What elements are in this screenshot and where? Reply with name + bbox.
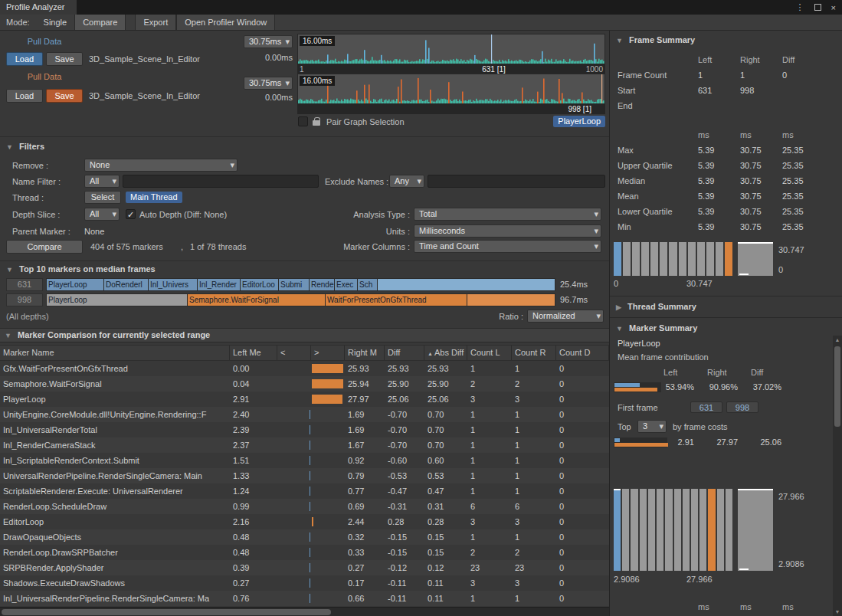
table-row[interactable]: UniversalRenderPipeline.RenderSingleCame…: [0, 468, 609, 483]
top10-segment[interactable]: Rende: [310, 278, 335, 291]
vertical-scrollbar[interactable]: ▲ ▼: [833, 336, 842, 616]
marker-summary-histogram[interactable]: [614, 489, 732, 571]
frame-summary-boxplot[interactable]: [738, 242, 773, 276]
mode-single-button[interactable]: Single: [36, 15, 75, 30]
table-row[interactable]: Inl_UniversalRenderPipeline.RenderSingle…: [0, 591, 609, 606]
table-row[interactable]: Inl_ScriptableRenderContext.Submit1.510.…: [0, 453, 609, 468]
marker-summary-boxplot[interactable]: [738, 489, 773, 571]
table-row[interactable]: DrawOpaqueObjects0.480.32-0.150.15110: [0, 529, 609, 545]
frame-graph-right[interactable]: 16.00ms: [297, 74, 605, 104]
vertical-scrollbar-thumb[interactable]: [834, 346, 840, 427]
compare-button[interactable]: Compare: [6, 240, 83, 254]
scroll-up-icon[interactable]: ▲: [833, 337, 842, 342]
horizontal-scrollbar[interactable]: [0, 607, 609, 616]
top10-segment[interactable]: Exec: [335, 278, 358, 291]
first-frame-left-button[interactable]: 631: [690, 401, 722, 413]
mode-compare-button[interactable]: Compare: [74, 15, 126, 30]
load-button-right[interactable]: Load: [6, 89, 43, 103]
exclude-names-input[interactable]: [428, 175, 605, 188]
table-row[interactable]: Inl_RenderCameraStack2.371.67-0.700.7011…: [0, 437, 609, 453]
selected-marker-chip[interactable]: PlayerLoop: [553, 116, 605, 127]
pair-graph-checkbox[interactable]: [298, 116, 308, 126]
frame-graph-left[interactable]: 16.00ms: [297, 34, 605, 64]
column-header-9[interactable]: Count D: [556, 346, 609, 360]
pull-data-label-left[interactable]: Pull Data: [6, 37, 83, 46]
top10-segment[interactable]: PlayerLoop: [46, 278, 104, 291]
top10-segment[interactable]: Inl_Render: [198, 278, 241, 291]
exclude-mode-dropdown[interactable]: Any ▾: [389, 175, 424, 188]
table-row[interactable]: EditorLoop2.162.440.280.28330: [0, 514, 609, 529]
scale-dropdown-left[interactable]: 30.75ms ▾: [244, 35, 293, 48]
window-maximize-icon[interactable]: [814, 4, 821, 11]
table-row[interactable]: PlayerLoop2.9127.9725.0625.06330: [0, 392, 609, 407]
name-filter-mode-dropdown[interactable]: All ▾: [84, 175, 120, 188]
table-row[interactable]: Shadows.ExecuteDrawShadows0.270.17-0.110…: [0, 575, 609, 591]
depth-mode-dropdown[interactable]: All ▾: [84, 208, 120, 221]
filters-header[interactable]: ▼ Filters: [6, 142, 44, 151]
column-header-1[interactable]: Left Me: [230, 346, 277, 360]
marker-columns-dropdown[interactable]: Time and Count ▾: [414, 240, 601, 253]
remove-dropdown[interactable]: None ▾: [84, 159, 238, 172]
top10-segment[interactable]: WaitForPresentOnGfxThread: [326, 293, 467, 306]
thread-value-chip[interactable]: Main Thread: [126, 192, 182, 203]
top10-segment[interactable]: PlayerLoop: [46, 293, 188, 306]
name-filter-input[interactable]: [123, 175, 319, 188]
column-header-8[interactable]: Count R: [512, 346, 556, 360]
first-frame-right-button[interactable]: 998: [726, 401, 758, 413]
window-tab[interactable]: Profile Analyzer: [0, 0, 77, 15]
scroll-down-icon[interactable]: ▼: [833, 609, 842, 614]
unit-diff: ms: [782, 127, 840, 143]
table-row[interactable]: Inl_UniversalRenderTotal2.391.69-0.700.7…: [0, 422, 609, 437]
top10-segment[interactable]: [378, 278, 555, 291]
table-row[interactable]: SRPBRender.ApplyShader0.390.27-0.120.122…: [0, 560, 609, 575]
top10-segment[interactable]: Submi: [279, 278, 310, 291]
save-button-right[interactable]: Save: [46, 89, 83, 103]
open-profiler-window-button[interactable]: Open Profiler Window: [176, 15, 275, 30]
column-header-5[interactable]: Diff: [385, 346, 424, 360]
thread-select-button[interactable]: Select: [84, 191, 121, 204]
window-menu-icon[interactable]: ⋮: [796, 2, 804, 12]
marker-summary-header[interactable]: ▼ Marker Summary: [616, 323, 697, 333]
top-n-dropdown[interactable]: 3 ▾: [637, 420, 667, 433]
top10-segment[interactable]: Semaphore.WaitForSignal: [188, 293, 326, 306]
save-button-left[interactable]: Save: [46, 52, 83, 66]
pull-data-label-right[interactable]: Pull Data: [6, 72, 83, 81]
frame-axis-right[interactable]: 998 [1]: [297, 104, 605, 114]
horizontal-scrollbar-thumb[interactable]: [2, 609, 331, 615]
load-button-left[interactable]: Load: [6, 52, 43, 66]
top10-segment[interactable]: Inl_Univers: [149, 278, 198, 291]
auto-depth-checkbox[interactable]: ✓: [126, 209, 136, 219]
scale-dropdown-right[interactable]: 30.75ms ▾: [244, 77, 293, 90]
table-row[interactable]: Gfx.WaitForPresentOnGfxThread0.0025.9325…: [0, 361, 609, 376]
column-header-4[interactable]: Right M: [345, 346, 385, 360]
comparison-header-band[interactable]: ▼ Marker Comparison for currently select…: [0, 328, 609, 342]
top10-segment[interactable]: [467, 293, 555, 306]
column-header-7[interactable]: Count L: [467, 346, 512, 360]
column-header-6[interactable]: ▲Abs Diff: [424, 346, 467, 360]
window-close-icon[interactable]: ×: [831, 3, 836, 12]
frame-number-cell-right[interactable]: 998: [6, 293, 43, 306]
top10-segment[interactable]: Sch: [358, 278, 378, 291]
units-dropdown[interactable]: Milliseconds ▾: [414, 224, 601, 238]
exclude-names-label: Exclude Names :: [325, 177, 388, 186]
export-button[interactable]: Export: [135, 15, 176, 30]
analysis-type-dropdown[interactable]: Total ▾: [414, 208, 601, 221]
table-row[interactable]: RenderLoop.ScheduleDraw0.990.69-0.310.31…: [0, 499, 609, 514]
table-row[interactable]: ScriptableRenderer.Execute: UniversalRen…: [0, 483, 609, 499]
column-header-2[interactable]: <: [277, 346, 311, 360]
top10-header[interactable]: ▼ Top 10 markers on median frames: [6, 264, 156, 274]
separator: [610, 317, 842, 318]
frame-summary-histogram[interactable]: [614, 242, 732, 276]
column-header-3[interactable]: >: [311, 346, 345, 360]
ratio-dropdown[interactable]: Normalized ▾: [527, 310, 604, 323]
table-row[interactable]: RenderLoop.DrawSRPBatcher0.480.33-0.150.…: [0, 545, 609, 560]
table-row[interactable]: UnityEngine.CoreModule.dll!UnityEngine.R…: [0, 407, 609, 422]
column-header-0[interactable]: Marker Name: [0, 346, 230, 360]
frame-number-cell-left[interactable]: 631: [6, 278, 43, 291]
table-row[interactable]: Semaphore.WaitForSignal0.0425.9425.9025.…: [0, 376, 609, 392]
top10-segment[interactable]: DoRenderl: [104, 278, 149, 291]
frame-summary-header[interactable]: ▼ Frame Summary: [616, 35, 695, 44]
top10-segment[interactable]: EditorLoo: [241, 278, 279, 291]
thread-summary-header[interactable]: ▶ Thread Summary: [616, 302, 696, 311]
cell-left-median: 1.24: [230, 483, 277, 499]
